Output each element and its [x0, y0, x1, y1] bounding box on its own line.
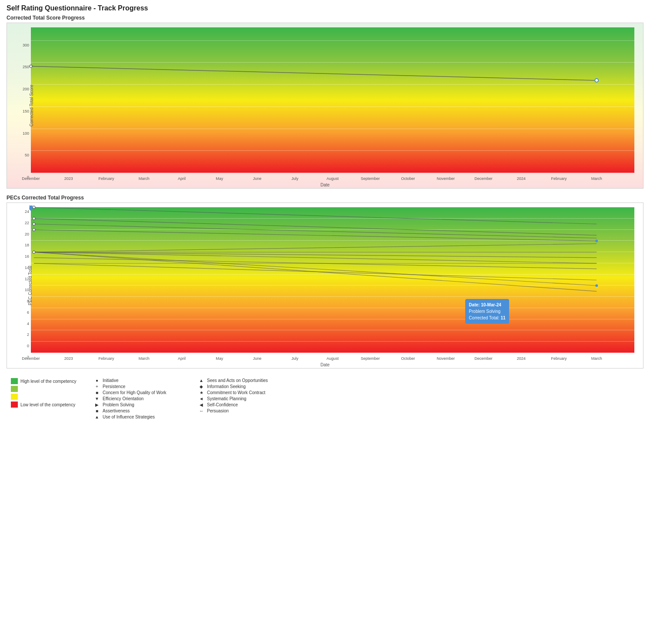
xtick-mar2: March — [591, 176, 602, 181]
persuasion-symbol: ↔ — [198, 408, 205, 413]
ytick-50: 50 — [25, 153, 29, 157]
svg-point-32 — [595, 284, 598, 287]
assertiveness-label: Assertiveness — [103, 408, 130, 413]
efficiency-label: Efficiency Orientation — [103, 396, 143, 401]
legend-pec-sees: ▲ Sees and Acts on Opportunities — [198, 378, 293, 383]
svg-line-2 — [31, 66, 597, 80]
svg-line-15 — [34, 252, 597, 291]
chart2-lines — [31, 207, 634, 353]
xtick-jul: July — [291, 176, 298, 181]
legend-mid1 — [11, 386, 80, 392]
chart1-title: Corrected Total Score Progress — [7, 15, 643, 21]
chart2-title: PECs Corrected Total Progress — [7, 195, 643, 201]
xtick-sep: September — [361, 176, 380, 181]
xtick-feb2: February — [551, 176, 567, 181]
svg-line-14 — [34, 252, 597, 285]
chart1-inner: 300 250 200 150 100 50 — [31, 27, 634, 173]
legend-pec-systematic: ◄ Systematic Planning — [198, 396, 293, 401]
svg-point-26 — [595, 239, 598, 242]
legend-mid2 — [11, 394, 80, 400]
ytick-100: 100 — [23, 131, 29, 136]
initiative-symbol: ● — [93, 378, 100, 383]
legend-mid2-color — [11, 394, 18, 400]
page-title: Self Rating Questionnaire - Track Progre… — [7, 4, 643, 12]
xtick-aug: August — [327, 176, 339, 181]
legend-pec-persistence: + Persistence — [93, 384, 189, 389]
sees-symbol: ▲ — [198, 378, 205, 383]
svg-line-5 — [34, 207, 597, 224]
chart1-container: Corrected Total Score 300 250 200 — [7, 23, 643, 189]
chart1-area: Corrected Total Score 300 250 200 — [7, 23, 643, 188]
confidence-symbol: ◀ — [198, 402, 205, 407]
legend-pec-efficiency: ▼ Efficiency Orientation — [93, 396, 189, 401]
legend-high: High level of the competency — [11, 378, 80, 384]
chart2-x-label: Date — [320, 362, 330, 367]
svg-line-6 — [34, 219, 597, 236]
legend-low-label: Low level of the competency — [20, 402, 75, 407]
commitment-label: Commitment to Work Contract — [207, 390, 265, 395]
initiative-label: Initiative — [103, 378, 119, 383]
legend-high-label: High level of the competency — [20, 379, 76, 384]
chart1-line — [31, 27, 634, 173]
legend-pec-problem: ▶ Problem Solving — [93, 402, 189, 407]
legend-colors: High level of the competency Low level o… — [11, 378, 80, 408]
ytick-250: 250 — [23, 65, 29, 69]
efficiency-symbol: ▼ — [93, 396, 100, 401]
ytick-200: 200 — [23, 87, 29, 91]
xtick-feb: February — [98, 176, 114, 181]
chart2-container: PEC Corrected Total 24 22 20 18 16 14 12… — [7, 202, 643, 368]
svg-point-20 — [33, 223, 35, 226]
legend-section: High level of the competency Low level o… — [7, 375, 643, 423]
confidence-label: Self-Confidence — [207, 402, 238, 407]
persuasion-label: Persuasion — [207, 408, 229, 413]
sees-label: Sees and Acts on Opportunities — [207, 378, 268, 383]
legend-low: Low level of the competency — [11, 402, 80, 408]
chart1-section: Corrected Total Score Progress — [7, 15, 643, 189]
legend-pec-influence: ▲ Use of Influence Strategies — [93, 415, 189, 419]
quality-label: Concern for High Quality of Work — [103, 390, 167, 395]
svg-point-19 — [33, 217, 35, 220]
quality-symbol: ■ — [93, 390, 100, 395]
systematic-label: Systematic Planning — [207, 396, 247, 401]
svg-line-7 — [34, 224, 597, 238]
svg-point-18 — [33, 206, 35, 209]
xtick-oct: October — [401, 176, 415, 181]
legend-pec-quality: ■ Concern for High Quality of Work — [93, 390, 189, 395]
xtick-2024: 2024 — [517, 176, 526, 181]
legend-pec-initiative: ● Initiative — [93, 378, 189, 383]
svg-point-4 — [595, 79, 598, 82]
svg-point-3 — [30, 65, 32, 67]
chart1-grid: 300 250 200 150 100 50 — [31, 27, 634, 173]
chart1-x-label: Date — [320, 183, 330, 187]
assertiveness-symbol: ■ — [93, 408, 100, 413]
influence-label: Use of Influence Strategies — [103, 415, 155, 419]
svg-line-8 — [34, 230, 597, 241]
problem-label: Problem Solving — [103, 402, 134, 407]
ytick-300: 300 — [23, 43, 29, 47]
commitment-symbol: ★ — [198, 390, 205, 395]
chart2-section: PECs Corrected Total Progress PEC Correc… — [7, 195, 643, 368]
legend-high-color — [11, 378, 18, 384]
chart2-area: PEC Corrected Total 24 22 20 18 16 14 12… — [7, 203, 643, 368]
legend-pec-commitment: ★ Commitment to Work Contract — [198, 390, 293, 395]
info-label: Information Seeking — [207, 384, 246, 389]
svg-line-9 — [34, 244, 597, 252]
xtick-jun: June — [253, 176, 262, 181]
legend-pec-persuasion: ↔ Persuasion — [198, 408, 293, 413]
info-symbol: ◆ — [198, 384, 205, 389]
xtick-dec: December — [22, 176, 40, 181]
svg-line-11 — [34, 252, 597, 263]
xtick-dec2: December — [474, 176, 493, 181]
legend-pec-confidence: ◀ Self-Confidence — [198, 402, 293, 407]
legend-pec-assertiveness: ■ Assertiveness — [93, 408, 189, 413]
persistence-symbol: + — [93, 384, 100, 389]
svg-line-17 — [34, 252, 597, 258]
legend-mid1-color — [11, 386, 18, 392]
ytick-150: 150 — [23, 109, 29, 113]
xtick-mar: March — [139, 176, 150, 181]
xtick-2023: 2023 — [64, 176, 73, 181]
systematic-symbol: ◄ — [198, 396, 205, 401]
persistence-label: Persistence — [103, 384, 125, 389]
chart2-grid: 24 22 20 18 16 14 12 10 8 6 4 2 0 -2 Dec… — [31, 207, 634, 353]
svg-point-22 — [33, 251, 35, 253]
